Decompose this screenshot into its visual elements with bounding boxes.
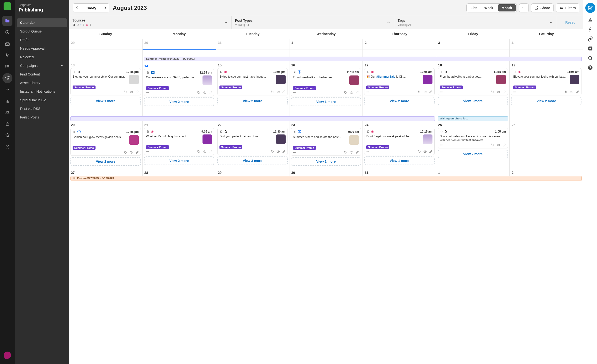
calendar-cell[interactable]: 1 <box>290 39 363 49</box>
tag-icon[interactable] <box>565 90 568 94</box>
tag-icon[interactable] <box>491 143 494 147</box>
rail-people-icon[interactable] <box>2 108 12 118</box>
today-button[interactable]: Today <box>83 6 100 10</box>
view-more-button[interactable]: View 2 more <box>438 150 508 158</box>
post-card[interactable]: ✧𝕏12:55 pmStep up your summer style! Our… <box>71 68 141 95</box>
calendar-cell[interactable]: 26 <box>510 109 583 169</box>
filters-button[interactable]: Filters <box>556 3 579 12</box>
eye-icon[interactable] <box>350 151 353 154</box>
edit-icon[interactable] <box>576 90 579 94</box>
view-more-button[interactable]: View 2 more <box>71 157 141 166</box>
bolt-icon[interactable] <box>588 27 593 32</box>
compose-button[interactable] <box>585 3 595 13</box>
sidebar-item-campaigns[interactable]: Campaigns <box>17 61 67 70</box>
edit-icon[interactable] <box>429 150 432 153</box>
card-more-icon[interactable]: ⋯ <box>73 90 76 94</box>
rail-network-icon[interactable] <box>2 142 12 152</box>
help-icon[interactable] <box>588 65 593 70</box>
sprout-leaf-icon[interactable] <box>3 351 12 360</box>
campaign-span[interactable]: Summer Promo 8/14/2023 – 8/24/2023 <box>144 57 582 61</box>
tag-icon[interactable] <box>344 151 347 154</box>
rail-compass-icon[interactable] <box>2 27 12 37</box>
edit-icon[interactable] <box>282 150 286 153</box>
sidebar-item-rejected[interactable]: Rejected <box>17 53 67 61</box>
campaign-span[interactable] <box>71 116 435 121</box>
view-more-button[interactable]: View 2 more <box>144 157 214 165</box>
rail-bot-icon[interactable] <box>2 119 12 129</box>
edit-icon[interactable] <box>135 151 139 154</box>
reset-filters[interactable]: Reset <box>557 16 583 29</box>
sidebar-item-instagram-notifications[interactable]: Instagram Notifications <box>17 87 67 96</box>
edit-icon[interactable] <box>282 90 286 94</box>
card-more-icon[interactable]: ⋯ <box>440 143 443 147</box>
post-card[interactable]: 🗓◉11:05 amElevate your summer looks with… <box>511 68 581 95</box>
sidebar-item-asset-library[interactable]: Asset Library <box>17 79 67 87</box>
card-more-icon[interactable]: ⋯ <box>293 151 296 154</box>
post-card[interactable]: 🗓◉10:15 amDon't forget our sneak peak of… <box>364 128 435 155</box>
tag-icon[interactable] <box>418 150 421 153</box>
view-week[interactable]: Week <box>480 4 497 12</box>
post-card[interactable]: 🗓in12:55 pmOur sneakers are on SALE, per… <box>144 69 214 96</box>
calendar-cell[interactable]: 29 <box>69 39 142 49</box>
view-more-button[interactable]: View 1 more <box>71 97 141 105</box>
rail-send-icon[interactable] <box>2 73 12 83</box>
eye-icon[interactable] <box>423 90 427 94</box>
eye-icon[interactable] <box>570 90 573 94</box>
filter-sources[interactable]: Sources𝕏2 f1 ◉1 <box>69 16 232 29</box>
post-card[interactable]: 🗓◉10:05 am🎉 Our #SummerSale is ON...Summ… <box>364 68 435 95</box>
edit-icon[interactable] <box>135 90 139 94</box>
view-list[interactable]: List <box>467 4 480 12</box>
card-more-icon[interactable]: ⋯ <box>146 150 149 153</box>
tag-icon[interactable] <box>197 150 201 153</box>
link-icon[interactable] <box>588 36 593 41</box>
sidebar-item-sproutlink-in-bio[interactable]: SproutLink in Bio <box>17 96 67 104</box>
view-more-button[interactable]: View 2 more <box>511 97 581 105</box>
view-more-button[interactable]: View 3 more <box>438 97 508 105</box>
eye-icon[interactable] <box>203 150 206 153</box>
edit-icon[interactable] <box>209 91 212 94</box>
edit-icon[interactable] <box>209 150 212 153</box>
eye-icon[interactable] <box>203 91 206 94</box>
sidebar-item-drafts[interactable]: Drafts <box>17 36 67 44</box>
post-card[interactable]: 🗓◉12:05 pmSwipe to see our must-have lin… <box>217 68 288 95</box>
view-more-button[interactable]: View 1 more <box>291 157 361 166</box>
eye-icon[interactable] <box>350 91 353 94</box>
sprout-logo[interactable] <box>4 2 11 10</box>
tag-icon[interactable] <box>124 90 127 94</box>
eye-icon[interactable] <box>423 150 427 153</box>
tag-icon[interactable] <box>124 151 127 154</box>
post-card[interactable]: 🗓ⓕ11:30 amFrom boardwalks to barbecues..… <box>291 68 361 96</box>
view-more-button[interactable]: View 1 more <box>291 97 361 106</box>
card-more-icon[interactable]: ⋯ <box>146 91 149 94</box>
view-more-button[interactable]: View 2 more <box>364 97 435 105</box>
tag-icon[interactable] <box>491 90 494 94</box>
search-icon[interactable] <box>588 55 593 61</box>
rail-audio-icon[interactable] <box>2 85 12 95</box>
sidebar-item-sprout-queue[interactable]: Sprout Queue <box>17 27 67 36</box>
post-card[interactable]: ✧𝕏1:05 pmSun's out, sale's on! Lace up i… <box>438 128 508 148</box>
tag-icon[interactable] <box>271 150 274 153</box>
tag-icon[interactable] <box>418 90 421 94</box>
card-more-icon[interactable]: ⋯ <box>73 151 76 154</box>
filter-post-types[interactable]: Post TypesViewing All <box>232 16 394 29</box>
edit-icon[interactable] <box>356 151 359 154</box>
card-more-icon[interactable]: ⋯ <box>220 90 223 94</box>
eye-icon[interactable] <box>130 90 133 94</box>
post-card[interactable]: 🗓◉9:05 amWhether it's bold brights or co… <box>144 128 214 155</box>
rail-list-icon[interactable] <box>2 62 12 72</box>
prev-period-button[interactable] <box>73 6 83 10</box>
edit-icon[interactable] <box>429 90 432 94</box>
add-icon[interactable] <box>588 46 593 51</box>
tag-icon[interactable] <box>344 91 347 94</box>
calendar-cell[interactable]: 31 <box>216 39 290 49</box>
calendar-cell[interactable]: 3 <box>436 39 510 49</box>
rail-inbox-icon[interactable] <box>2 39 12 49</box>
card-more-icon[interactable]: ⋯ <box>440 90 443 94</box>
edit-icon[interactable] <box>503 143 506 147</box>
card-more-icon[interactable]: ⋯ <box>366 150 369 153</box>
view-more-button[interactable]: View 1 more <box>364 157 435 165</box>
share-button[interactable]: Share <box>531 3 554 12</box>
filter-tags[interactable]: TagsViewing All <box>394 16 557 29</box>
post-card[interactable]: 🗓ⓕ9:30 amSummer is here and so are the b… <box>291 128 361 156</box>
calendar-cell[interactable]: 4 <box>510 39 583 49</box>
